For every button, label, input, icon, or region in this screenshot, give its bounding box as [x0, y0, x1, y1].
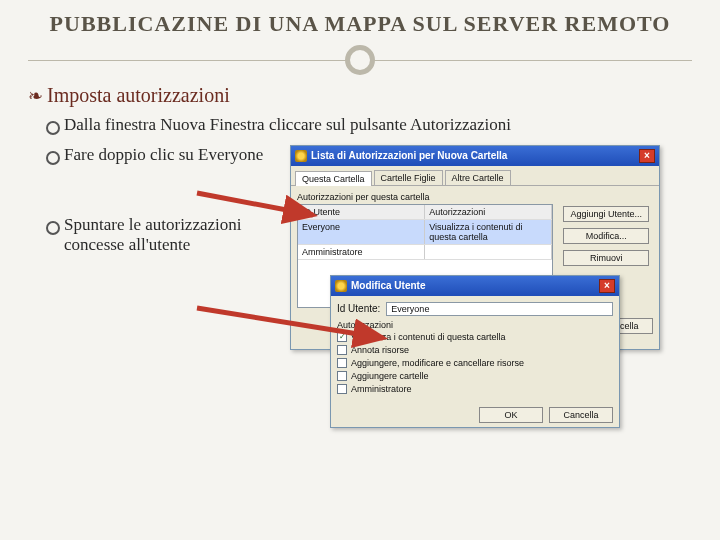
checkbox-add-folders[interactable]: Aggiungere cartelle: [337, 371, 613, 381]
col-header: Autorizzazioni: [425, 205, 552, 219]
checkbox-icon: [337, 384, 347, 394]
screenshot-area: Lista di Autorizzazioni per Nuova Cartel…: [290, 145, 660, 465]
checkbox-add-edit-delete[interactable]: Aggiungere, modificare e cancellare riso…: [337, 358, 613, 368]
titlebar: Modifica Utente ×: [331, 276, 619, 296]
arrow-icon: [195, 185, 325, 225]
label: Autorizzazioni per questa cartella: [297, 192, 553, 202]
tab-this-folder[interactable]: Questa Cartella: [295, 171, 372, 186]
arrow-icon: [195, 300, 395, 350]
user-id-field[interactable]: Everyone: [386, 302, 613, 316]
svg-line-1: [197, 308, 383, 338]
dialog-title: Lista di Autorizzazioni per Nuova Cartel…: [311, 150, 507, 161]
edit-button[interactable]: Modifica...: [563, 228, 649, 244]
user-icon: [335, 280, 347, 292]
divider: [28, 46, 692, 74]
list-item: Fare doppio clic su Everyone: [46, 145, 276, 165]
checkbox-icon: [337, 371, 347, 381]
slide: PUBBLICAZINE DI UNA MAPPA SUL SERVER REM…: [0, 0, 720, 540]
remove-button[interactable]: Rimuovi: [563, 250, 649, 266]
folder-permissions-icon: [295, 150, 307, 162]
tab-child-folders[interactable]: Cartelle Figlie: [374, 170, 443, 185]
table-row[interactable]: Amministratore: [298, 244, 552, 259]
section-heading: Imposta autorizzazioni: [28, 84, 692, 107]
cancel-button[interactable]: Cancella: [549, 407, 613, 423]
dialog-title: Modifica Utente: [351, 280, 425, 291]
tab-other-folders[interactable]: Altre Cartelle: [445, 170, 511, 185]
divider-circle-icon: [345, 45, 375, 75]
cell: Amministratore: [298, 245, 425, 259]
edit-user-dialog: Modifica Utente × Id Utente: Everyone Au…: [330, 275, 620, 428]
add-user-button[interactable]: Aggiungi Utente...: [563, 206, 649, 222]
table-row[interactable]: Everyone Visualizza i contenuti di quest…: [298, 219, 552, 244]
list-item: Dalla finestra Nuova Finestra cliccare s…: [46, 115, 692, 135]
ok-button[interactable]: OK: [479, 407, 543, 423]
close-icon[interactable]: ×: [639, 149, 655, 163]
checkbox-admin[interactable]: Amministratore: [337, 384, 613, 394]
cell: [425, 245, 552, 259]
svg-line-0: [197, 193, 313, 215]
tabstrip: Questa Cartella Cartelle Figlie Altre Ca…: [291, 166, 659, 186]
page-title: PUBBLICAZINE DI UNA MAPPA SUL SERVER REM…: [28, 10, 692, 38]
checkbox-icon: [337, 358, 347, 368]
cell: Visualizza i contenuti di questa cartell…: [425, 220, 552, 244]
titlebar: Lista di Autorizzazioni per Nuova Cartel…: [291, 146, 659, 166]
close-icon[interactable]: ×: [599, 279, 615, 293]
bullet-list: Dalla finestra Nuova Finestra cliccare s…: [46, 115, 692, 465]
